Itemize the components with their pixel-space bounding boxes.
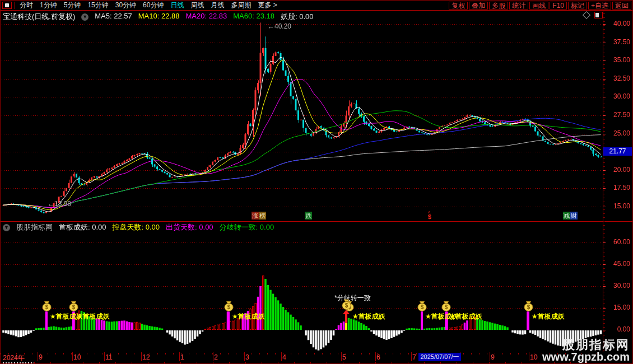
sub-chart-header: ▼ 股朋指标网 首板成妖: 0.00控盘天数: 0.00出货天数: 0.00分歧…: [3, 222, 274, 232]
indicator-legend-item: 出货天数: 0.00: [166, 222, 213, 232]
month-label-7: 7: [412, 353, 416, 361]
price-axis-label: 37.50: [606, 39, 630, 46]
toolbar-button-+自选[interactable]: +自选: [588, 2, 611, 10]
period-tab-30分钟[interactable]: 30分钟: [112, 1, 139, 10]
ma-legend-item: MA60: 23.18: [233, 12, 274, 22]
ma-legend: MA5: 22.57MA10: 22.88MA20: 22.83MA60: 23…: [95, 12, 313, 22]
stock-title: 宝通科技(日线.前复权): [3, 12, 75, 22]
indicator-legend-item: 控盘天数: 0.00: [113, 222, 160, 232]
indicator-axis-label: 0.00: [606, 326, 630, 333]
month-label-2: 2: [214, 353, 218, 361]
first-board-demon-label: ★首板成妖: [449, 312, 482, 321]
sub-indicator-canvas[interactable]: [1, 231, 603, 352]
period-toolbar: 分时1分钟5分钟15分钟30分钟60分钟日线周线月线多周期更多 > 复权叠加多股…: [1, 1, 632, 11]
toolbar-button-画线[interactable]: 画线: [529, 2, 548, 10]
month-label-6: 6: [376, 353, 380, 361]
svg-text:$: $: [45, 304, 49, 310]
price-axis-minor-ticks: [603, 10, 605, 352]
month-separator: [72, 352, 73, 361]
month-separator: [281, 352, 282, 361]
chart-shortcut-badge[interactable]: ^$: [427, 212, 432, 220]
main-price-canvas[interactable]: [1, 10, 603, 221]
date-axis-ticks: [1, 353, 603, 354]
period-tab-1分钟[interactable]: 1分钟: [36, 1, 60, 10]
svg-text:$: $: [527, 304, 530, 310]
period-tab-月线[interactable]: 月线: [207, 1, 227, 10]
svg-text:$: $: [227, 304, 231, 310]
price-axis-label: 27.50: [606, 111, 630, 119]
indicator-axis-label: 30.00: [606, 282, 630, 290]
month-label-9: 9: [491, 353, 495, 361]
price-annotation: ←40.20: [268, 22, 291, 30]
toolbar-button-统计[interactable]: 统计: [509, 2, 528, 10]
bottom-panel-edge: [1, 362, 633, 364]
toolbar-divider: [14, 2, 15, 9]
ma-legend-item: MA20: 22.83: [186, 12, 227, 22]
window-panel-icon[interactable]: [2, 2, 12, 9]
period-tab-5分钟[interactable]: 5分钟: [60, 1, 85, 10]
price-axis-label: 35.00: [606, 57, 630, 64]
price-axis-label: 15.00: [606, 203, 630, 210]
main-chart-header: 宝通科技(日线.前复权) ▼ MA5: 22.57MA10: 22.88MA20…: [3, 12, 313, 22]
month-label-5: 5: [342, 353, 346, 361]
toolbar-button-F10[interactable]: F10: [550, 2, 567, 10]
month-separator: [490, 352, 490, 361]
year-label: 2024年: [3, 353, 25, 363]
badge-char: 榜: [259, 212, 266, 220]
price-axis-label: 30.00: [606, 93, 630, 100]
month-label-9: 9: [39, 353, 43, 361]
month-separator: [179, 352, 180, 361]
period-tab-15分钟[interactable]: 15分钟: [84, 1, 111, 10]
diamond-icon[interactable]: [583, 11, 590, 19]
month-label-3: 3: [245, 353, 249, 361]
money-bag-icon: $: [342, 299, 351, 312]
indicator-source-label: 股朋指标网: [16, 222, 53, 232]
first-board-demon-label: ★首板成妖: [232, 312, 265, 321]
up-arrow-icon: [345, 314, 347, 323]
month-separator: [38, 352, 38, 361]
svg-text:$: $: [445, 304, 448, 310]
toolbar-button-返回[interactable]: 返回: [612, 2, 631, 10]
period-tab-周线[interactable]: 周线: [187, 1, 207, 10]
toolbar-button-标记[interactable]: 标记: [568, 2, 587, 10]
watermark-site-name: 股朋指标网: [542, 338, 630, 351]
split-panel-icon[interactable]: [594, 12, 603, 18]
period-tab-分时[interactable]: 分时: [16, 1, 36, 10]
bottom-axis-ticks: [34, 362, 603, 363]
period-tab-日线[interactable]: 日线: [167, 1, 187, 10]
svg-text:$: $: [421, 304, 424, 310]
period-tab-多周期[interactable]: 多周期: [227, 1, 254, 10]
toolbar-actions: 复权叠加多股统计画线F10标记+自选返回: [448, 2, 632, 10]
month-separator: [244, 352, 245, 361]
period-tab-更多 >[interactable]: 更多 >: [254, 1, 280, 10]
chart-shortcut-badge[interactable]: 涨榜: [252, 212, 266, 220]
date-axis[interactable]: 2024年 2025/07/07/一 91011121234567910: [1, 352, 603, 362]
price-axis-label: 20.00: [606, 166, 630, 174]
selected-date-label: 2025/07/07/一: [418, 353, 461, 361]
chevron-down-icon[interactable]: ▼: [3, 224, 10, 231]
indicator-legend-item: 分歧转一致: 0.00: [220, 222, 274, 232]
panel-divider[interactable]: [1, 221, 633, 222]
chevron-down-icon[interactable]: ▼: [81, 13, 89, 21]
ma-legend-item: MA10: 22.88: [138, 12, 180, 22]
month-label-12: 12: [142, 353, 150, 361]
first-board-demon-label: ★首板成妖: [532, 312, 565, 321]
price-axis-label: 25.00: [606, 130, 630, 137]
chart-shortcut-badge[interactable]: 减财: [563, 212, 578, 220]
month-label-1: 1: [180, 353, 184, 361]
period-tab-60分钟[interactable]: 60分钟: [139, 1, 167, 10]
watermark: 股朋指标网 www.7gpzb.com: [542, 338, 630, 363]
indicator-axis-label: 45.00: [606, 260, 630, 268]
badge-char: 减: [563, 212, 570, 220]
toolbar-button-复权[interactable]: 复权: [449, 2, 468, 10]
money-flow-icon: ^$: [427, 212, 432, 220]
toolbar-button-多股[interactable]: 多股: [489, 2, 508, 10]
first-board-demon-label: ★首板成妖: [352, 312, 385, 321]
chart-shortcut-badge[interactable]: 跌: [305, 212, 312, 220]
month-separator: [141, 352, 142, 361]
price-axis-label: 32.50: [606, 75, 630, 82]
svg-text:$: $: [72, 304, 76, 310]
watermark-url: www.7gpzb.com: [542, 351, 630, 363]
ma-legend-item: 妖股: 0.00: [281, 12, 314, 22]
toolbar-button-叠加[interactable]: 叠加: [469, 2, 488, 10]
